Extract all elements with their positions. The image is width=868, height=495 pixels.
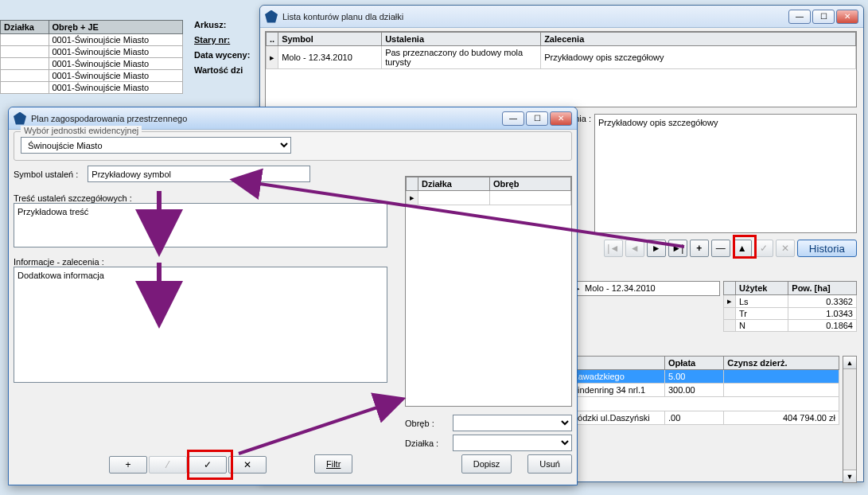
jednostka-select[interactable]: Świnoujście Miasto <box>21 137 291 154</box>
bg-row: 0001-Świnoujście Miasto <box>49 34 183 46</box>
group-caption: Wybór jednostki ewidencyjnej <box>21 126 142 135</box>
label-informacje: Informacje - zalecenia : <box>14 257 104 267</box>
historia-button[interactable]: Historia <box>797 240 857 257</box>
window-title-lista: Lista konturów planu dla działki <box>282 12 788 21</box>
selected-kontur-text: Molo - 12.34.2010 <box>585 283 656 293</box>
obreb-select[interactable] <box>453 415 572 431</box>
scroll-up-icon[interactable]: ▲ <box>843 357 856 369</box>
uzytek-pow: 0.3362 <box>788 295 857 308</box>
lbl-arkusz: Arkusz: <box>194 20 226 29</box>
label-dzialka: Działka : <box>405 438 442 448</box>
col-czynsz: Czynsz dzierż. <box>724 357 839 370</box>
tresc-textarea[interactable] <box>14 203 387 248</box>
background-parcel-table: Działka Obręb + JE 0001-Świnoujście Mias… <box>0 20 183 94</box>
nav-delete-button[interactable]: — <box>711 240 730 257</box>
close-button[interactable]: ✕ <box>836 10 858 24</box>
bg-row: 0001-Świnoujście Miasto <box>49 82 183 94</box>
col-dzialka: Działka <box>1 21 49 34</box>
toolbar-sep: ⁄ <box>149 456 187 474</box>
grid-corner: .. <box>267 33 278 46</box>
label-tresc: Treść ustaleń szczegółowych : <box>14 193 132 203</box>
oplata-row[interactable]: Zawadzkiego <box>570 370 665 384</box>
nav-last-button[interactable]: ►| <box>668 240 687 257</box>
dzialka-obreb-grid[interactable]: Działka Obręb ▸ <box>405 176 572 407</box>
scroll-down-icon[interactable]: ▼ <box>843 470 856 482</box>
cell-zalecenia[interactable]: Przykładowy opis szczegółowy <box>541 46 856 69</box>
obreb-dzialka-selectors: Obręb : Działka : <box>405 411 572 454</box>
col-ustalenia[interactable]: Ustalenia <box>382 33 541 46</box>
col-uzytek: Użytek <box>736 282 788 295</box>
nav-cancel-button[interactable]: ✕ <box>776 240 795 257</box>
uzytek-cell: N <box>736 320 788 332</box>
uzytek-cell: Tr <box>736 308 788 320</box>
cell-symbol[interactable]: Molo - 12.34.2010 <box>278 46 382 69</box>
minimize-button[interactable]: — <box>502 111 524 126</box>
col-dzialka-mini: Działka <box>418 177 490 191</box>
nav-first-button[interactable]: |◄ <box>604 240 623 257</box>
col-oplata: Opłata <box>665 357 724 370</box>
uzytek-table[interactable]: Użytek Pow. [ha] ▸Ls0.3362 Tr1.0343 N0.1… <box>723 281 857 332</box>
window-title-plan: Plan zagospodarowania przestrzennego <box>31 114 502 123</box>
dopisz-button[interactable]: Dopisz <box>461 454 512 474</box>
toolbar-confirm-button[interactable]: ✓ <box>189 456 227 474</box>
uzytek-pow: 1.0343 <box>788 308 857 320</box>
oplata-row[interactable]: Lindenring 34 nrl.1 <box>570 384 665 397</box>
zalecenia-textbox[interactable]: Przykładowy opis szczegółowy <box>594 114 857 233</box>
toolbar-add-button[interactable]: + <box>109 456 147 474</box>
toolbar-cancel-button[interactable]: ✕ <box>228 456 267 474</box>
col-obreb-je: Obręb + JE <box>49 21 183 34</box>
label-obreb: Obręb : <box>405 419 442 428</box>
usun-button[interactable]: Usuń <box>527 454 572 474</box>
lbl-data-wyceny: Data wyceny: <box>194 50 250 60</box>
maximize-button[interactable]: ☐ <box>526 111 548 126</box>
nav-add-button[interactable]: + <box>690 240 709 257</box>
nav-up-button[interactable]: ▲ <box>733 240 752 257</box>
nav-toolbar: |◄ ◄ ► ►| + — ▲ ✓ ✕ Historia <box>604 240 857 257</box>
titlebar-lista[interactable]: Lista konturów planu dla działki — ☐ ✕ <box>260 6 863 28</box>
uzytek-pow: 0.1864 <box>788 320 857 332</box>
kontur-grid[interactable]: .. Symbol Ustalenia Zalecenia ▸ Molo - 1… <box>265 31 857 107</box>
lbl-wartosc-dz: Wartość dzi <box>194 65 243 75</box>
col-pow: Pow. [ha] <box>788 282 857 295</box>
nav-prev-button[interactable]: ◄ <box>625 240 644 257</box>
bg-info: Arkusz: Stary nr: Data wyceny: Wartość d… <box>194 20 250 80</box>
informacje-textarea[interactable] <box>14 267 387 383</box>
uzytek-cell: Ls <box>736 295 788 308</box>
minimize-button[interactable]: — <box>788 10 811 24</box>
col-symbol[interactable]: Symbol <box>278 33 382 46</box>
col-zalecenia[interactable]: Zalecenia <box>541 33 856 46</box>
col-obreb-mini: Obręb <box>490 177 571 191</box>
bg-row: 0001-Świnoujście Miasto <box>49 46 183 58</box>
oplata-table[interactable]: Opłata Czynsz dzierż. Zawadzkiego5.00 Li… <box>569 356 839 425</box>
edit-toolbar: + ⁄ ✓ ✕ <box>109 456 267 474</box>
symbol-input[interactable] <box>88 166 310 182</box>
col-blank <box>570 357 665 370</box>
nav-confirm-button[interactable]: ✓ <box>754 240 773 257</box>
scrollbar[interactable]: ▲ ▼ <box>843 356 857 483</box>
window-plan-zagospodarowania: Plan zagospodarowania przestrzennego — ☐… <box>8 107 578 485</box>
oplata-row[interactable]: Łódzki ul.Daszyński <box>570 411 665 425</box>
cell-ustalenia[interactable]: Pas przeznaczony do budowy mola turysty <box>382 46 541 69</box>
bg-row: 0001-Świnoujście Miasto <box>49 70 183 82</box>
app-icon <box>14 112 26 125</box>
label-symbol: Symbol ustaleń : <box>14 170 78 179</box>
nav-next-button[interactable]: ► <box>647 240 666 257</box>
bg-row: 0001-Świnoujście Miasto <box>49 58 183 70</box>
lbl-stary-nr: Stary nr: <box>194 35 230 45</box>
app-icon <box>265 10 278 23</box>
selected-kontur-display: ▸ Molo - 12.34.2010 <box>569 281 720 296</box>
group-jednostka: Wybór jednostki ewidencyjnej Świnoujście… <box>14 131 572 161</box>
filtr-button[interactable]: Filtr <box>314 454 352 474</box>
dzialka-select[interactable] <box>453 435 572 451</box>
close-button[interactable]: ✕ <box>550 111 572 126</box>
maximize-button[interactable]: ☐ <box>812 10 835 24</box>
row-marker-icon: ▸ <box>267 46 278 69</box>
